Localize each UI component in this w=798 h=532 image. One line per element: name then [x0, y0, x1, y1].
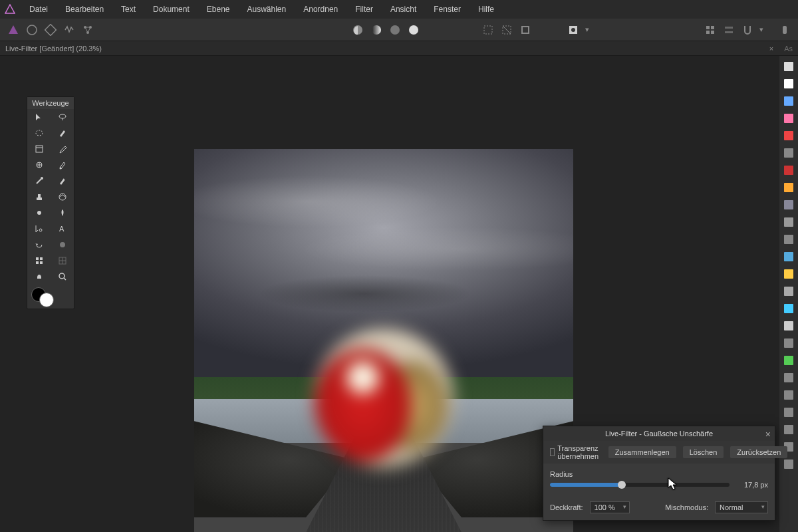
zoom-tool[interactable]	[51, 269, 74, 285]
menu-text[interactable]: Text	[113, 2, 144, 17]
ellipse-select-tool[interactable]	[27, 125, 51, 141]
target-icon[interactable]	[782, 319, 795, 332]
retouch-brush-tool[interactable]	[51, 157, 74, 173]
menu-file[interactable]: Datei	[21, 2, 56, 17]
menu-view[interactable]: Ansicht	[382, 2, 424, 17]
toolbar-snap-dropdown-icon[interactable]: ▾	[758, 22, 765, 38]
eyedropper-tool[interactable]	[51, 141, 74, 157]
persona-liquify-icon[interactable]	[24, 22, 40, 38]
delete-button[interactable]: Löschen	[683, 446, 724, 458]
text-tool[interactable]: A	[51, 221, 74, 237]
info-icon[interactable]	[782, 146, 795, 160]
document-canvas[interactable]	[194, 149, 573, 532]
menu-document[interactable]: Dokument	[145, 2, 198, 17]
toolbar-assistant-icon[interactable]	[777, 22, 793, 38]
menu-window[interactable]: Fenster	[426, 2, 469, 17]
document-tab-title[interactable]: Live-Filter [Geändert] (20.3%)	[5, 45, 102, 53]
toolbar-selection1-icon[interactable]	[480, 22, 496, 38]
menu-select[interactable]: Auswählen	[239, 2, 294, 17]
adjustments-icon[interactable]	[782, 129, 795, 142]
hsl-icon[interactable]	[782, 267, 795, 281]
toolbar-grid-icon[interactable]	[702, 22, 718, 38]
toolbar-selection3-icon[interactable]	[517, 22, 533, 38]
layers-icon[interactable]	[782, 285, 795, 298]
mesh-tool[interactable]	[27, 253, 51, 269]
persona-export-icon[interactable]	[80, 22, 96, 38]
toolbar-align-icon[interactable]	[721, 22, 737, 38]
transparency-checkbox[interactable]: Transparenz übernehmen	[550, 444, 602, 460]
channels-icon[interactable]	[782, 112, 795, 125]
clone-tool[interactable]	[27, 189, 51, 205]
stock-icon[interactable]	[782, 423, 795, 436]
node-tool[interactable]	[27, 221, 51, 237]
dodge-tool[interactable]	[51, 205, 74, 221]
background-color-icon[interactable]	[39, 293, 54, 307]
swatches-icon[interactable]	[782, 77, 795, 90]
toolbar-gradient2-icon[interactable]	[368, 22, 384, 38]
blendmode-select[interactable]: Normal	[715, 501, 768, 513]
paint-mix-tool[interactable]	[51, 189, 74, 205]
svg-rect-42	[40, 257, 43, 260]
persona-develop-icon[interactable]	[43, 22, 59, 38]
macros-icon[interactable]	[782, 371, 795, 384]
menu-arrange[interactable]: Anordnen	[295, 2, 346, 17]
svg-rect-65	[784, 321, 793, 331]
color-icon[interactable]	[782, 94, 795, 108]
levels-icon[interactable]	[782, 215, 795, 229]
reset-button[interactable]: Zurücksetzen	[730, 446, 787, 458]
radius-slider[interactable]	[550, 483, 730, 487]
dialog-close-icon[interactable]: ×	[765, 429, 771, 440]
pan-tool[interactable]	[27, 269, 51, 285]
svg-rect-52	[784, 96, 793, 106]
opacity-select[interactable]: 100 %	[590, 501, 630, 513]
tools-panel[interactable]: Werkzeuge A	[27, 96, 74, 309]
svg-rect-22	[711, 31, 714, 34]
curves-icon[interactable]	[782, 250, 795, 263]
stripes-icon[interactable]	[782, 181, 795, 194]
pen-tool[interactable]	[27, 173, 51, 189]
right-collapsed-tab[interactable]: As	[784, 45, 793, 53]
svg-rect-55	[784, 148, 793, 158]
toolbar-quickmask-icon[interactable]	[565, 22, 581, 38]
toolbar-snap-icon[interactable]	[739, 22, 755, 38]
toolbar-gradient3-icon[interactable]	[387, 22, 403, 38]
dialog-titlebar[interactable]: Live-Filter - Gaußsche Unschärfe ×	[543, 426, 775, 441]
toolbar-dropdown-icon[interactable]: ▾	[584, 22, 591, 38]
move-tool[interactable]	[27, 109, 51, 125]
menu-edit[interactable]: Bearbeiten	[57, 2, 112, 17]
document-tab-close-icon[interactable]: ×	[767, 45, 776, 53]
persona-photo-icon[interactable]	[5, 22, 21, 38]
menu-layer[interactable]: Ebene	[199, 2, 238, 17]
snapshots-icon[interactable]	[782, 406, 795, 419]
persona-tone-icon[interactable]	[61, 22, 77, 38]
toolbar-gradient4-icon[interactable]	[406, 22, 422, 38]
blur-tool[interactable]	[27, 205, 51, 221]
svg-text:A: A	[59, 225, 65, 233]
effects-icon[interactable]	[782, 336, 795, 350]
history-icon[interactable]	[782, 388, 795, 402]
rotate-tool[interactable]	[27, 237, 51, 253]
right-panel-strip	[779, 56, 798, 532]
lasso-tool[interactable]	[51, 109, 74, 125]
gradient-icon[interactable]	[782, 164, 795, 177]
live-filter-dialog[interactable]: Live-Filter - Gaußsche Unschärfe × Trans…	[543, 426, 775, 521]
selection-brush-tool[interactable]	[27, 157, 51, 173]
menu-help[interactable]: Hilfe	[470, 2, 502, 17]
menu-filter[interactable]: Filter	[347, 2, 381, 17]
merge-button[interactable]: Zusammenlegen	[608, 446, 676, 458]
assistant-icon[interactable]	[782, 302, 795, 315]
color-swatch[interactable]	[27, 285, 74, 309]
histogram-icon[interactable]	[782, 60, 795, 73]
toolbar-selection2-icon[interactable]	[499, 22, 515, 38]
brush-tool[interactable]	[51, 125, 74, 141]
shape-tool[interactable]	[51, 237, 74, 253]
crop-tool[interactable]	[27, 141, 51, 157]
grid-tool[interactable]	[51, 253, 74, 269]
lines-icon[interactable]	[782, 233, 795, 246]
navigator-icon[interactable]	[782, 198, 795, 211]
character-icon[interactable]	[782, 458, 795, 471]
styles-icon[interactable]	[782, 354, 795, 367]
toolbar-gradient1-icon[interactable]	[350, 22, 366, 38]
radius-value[interactable]: 17,8 px	[736, 481, 768, 489]
healing-brush-tool[interactable]	[51, 173, 74, 189]
